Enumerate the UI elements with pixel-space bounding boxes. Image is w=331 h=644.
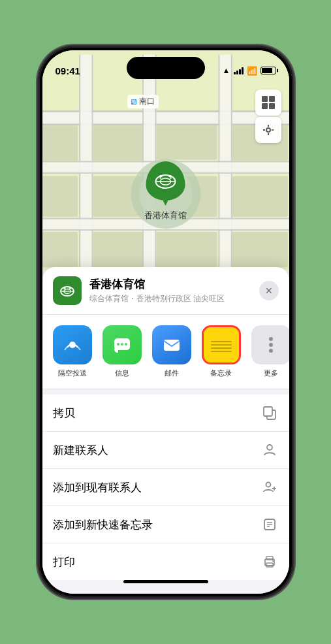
map-location-label: 地 南口 xyxy=(127,95,159,108)
signal-bar-3 xyxy=(239,69,241,74)
signal-bar-2 xyxy=(236,71,238,74)
signal-bar-1 xyxy=(234,72,236,74)
stadium-pin xyxy=(146,161,185,201)
svg-rect-30 xyxy=(232,232,287,267)
location-subtitle: 综合体育馆・香港特别行政区 油尖旺区 xyxy=(89,293,251,304)
svg-rect-79 xyxy=(266,563,273,567)
svg-rect-38 xyxy=(262,96,268,102)
svg-point-64 xyxy=(121,343,123,346)
battery-fill xyxy=(262,68,272,73)
wifi-icon: 📶 xyxy=(247,66,257,76)
action-copy[interactable]: 拷贝 xyxy=(42,394,289,432)
close-button[interactable]: ✕ xyxy=(259,281,279,300)
map-view-button[interactable] xyxy=(255,89,281,116)
signal-bars xyxy=(234,67,244,74)
airdrop-icon xyxy=(53,325,92,364)
svg-rect-27 xyxy=(42,176,78,217)
person-add-icon xyxy=(260,478,279,496)
dynamic-island xyxy=(127,57,205,79)
message-icon xyxy=(102,325,142,364)
quick-note-icon xyxy=(260,515,279,534)
mail-label: 邮件 xyxy=(165,368,179,378)
action-list: 拷贝 新建联系人 xyxy=(42,394,289,580)
phone-frame: 09:41 ▲ 📶 xyxy=(39,46,293,598)
notes-icon xyxy=(202,325,241,364)
svg-point-63 xyxy=(117,343,119,346)
phone-screen: 09:41 ▲ 📶 xyxy=(42,50,289,594)
action-new-contact-label: 新建联系人 xyxy=(53,443,108,458)
map-label-text: 南口 xyxy=(139,96,155,107)
svg-rect-41 xyxy=(269,103,275,109)
action-new-contact[interactable]: 新建联系人 xyxy=(42,432,289,469)
share-item-notes[interactable]: 备忘录 xyxy=(202,325,241,378)
location-info: 香港体育馆 综合体育馆・香港特别行政区 油尖旺区 xyxy=(89,277,251,304)
location-venue-icon xyxy=(53,276,82,305)
action-print-label: 打印 xyxy=(53,555,75,570)
home-indicator xyxy=(123,580,208,583)
share-item-mail[interactable]: 邮件 xyxy=(152,325,191,378)
svg-rect-21 xyxy=(156,125,217,159)
svg-point-69 xyxy=(267,445,272,450)
svg-point-70 xyxy=(266,483,270,487)
svg-point-80 xyxy=(272,560,274,562)
location-name: 香港体育馆 xyxy=(89,277,251,292)
share-item-airdrop[interactable]: 隔空投送 xyxy=(53,325,92,378)
map-buttons xyxy=(255,89,281,143)
svg-rect-39 xyxy=(269,96,275,102)
svg-rect-66 xyxy=(164,340,180,351)
action-print[interactable]: 打印 xyxy=(42,543,289,580)
map-location-button[interactable] xyxy=(255,117,281,143)
battery-icon xyxy=(260,67,276,74)
person-icon xyxy=(260,441,279,459)
location-arrow-icon: ▲ xyxy=(223,66,230,75)
bottom-sheet: 香港体育馆 综合体育馆・香港特别行政区 油尖旺区 ✕ 隔空投送 xyxy=(42,267,289,594)
map-label-dot: 地 xyxy=(131,99,136,105)
action-add-quick-note-label: 添加到新快速备忘录 xyxy=(53,517,153,532)
action-add-quick-note[interactable]: 添加到新快速备忘录 xyxy=(42,506,289,543)
copy-icon xyxy=(260,404,279,422)
svg-point-65 xyxy=(125,343,127,346)
share-row: 隔空投送 信息 xyxy=(42,315,289,389)
message-label: 信息 xyxy=(115,368,129,378)
stadium-marker: 香港体育馆 xyxy=(144,161,187,221)
svg-rect-28 xyxy=(93,232,142,267)
more-label: 更多 xyxy=(264,368,278,378)
svg-rect-78 xyxy=(266,556,273,560)
print-icon xyxy=(260,553,279,571)
svg-rect-68 xyxy=(264,407,272,416)
svg-rect-25 xyxy=(232,176,287,217)
action-add-existing-contact[interactable]: 添加到现有联系人 xyxy=(42,469,289,506)
share-item-message[interactable]: 信息 xyxy=(102,325,142,378)
status-time: 09:41 xyxy=(55,65,80,76)
svg-rect-20 xyxy=(93,125,142,161)
share-item-more[interactable]: 更多 xyxy=(251,325,289,378)
notes-label: 备忘录 xyxy=(210,368,232,378)
svg-point-42 xyxy=(266,128,270,132)
svg-rect-26 xyxy=(42,125,78,161)
airdrop-label: 隔空投送 xyxy=(58,368,87,378)
svg-rect-29 xyxy=(156,232,217,267)
status-icons: ▲ 📶 xyxy=(223,66,276,76)
signal-bar-4 xyxy=(242,67,244,74)
more-icon xyxy=(251,325,289,364)
svg-rect-18 xyxy=(42,229,289,231)
location-card: 香港体育馆 综合体育馆・香港特别行政区 油尖旺区 ✕ xyxy=(42,267,289,315)
mail-icon xyxy=(152,325,191,364)
action-copy-label: 拷贝 xyxy=(53,406,75,421)
svg-rect-31 xyxy=(42,232,78,267)
stadium-map-label: 香港体育馆 xyxy=(144,210,187,221)
action-add-existing-label: 添加到现有联系人 xyxy=(53,480,142,495)
svg-rect-40 xyxy=(262,103,268,109)
